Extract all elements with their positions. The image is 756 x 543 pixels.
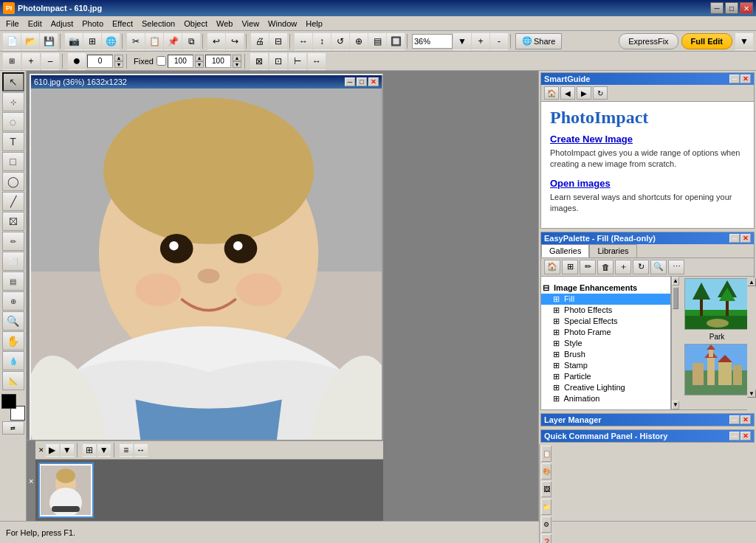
lm-close-btn[interactable]: ✕ [740,415,751,424]
text-tool[interactable]: T [2,132,24,151]
zoom-in-btn[interactable]: + [472,32,489,50]
eyedrop-tool[interactable]: 💧 [2,351,24,370]
minimize-btn[interactable]: ─ [710,2,724,14]
height-down[interactable]: ▼ [233,61,241,68]
nav1-dropdown[interactable]: ▼ [97,443,111,457]
qc-close-btn[interactable]: ✕ [740,432,751,440]
sg-close-btn[interactable]: ✕ [740,75,751,83]
height-spin[interactable]: ▲ ▼ [233,55,241,68]
capture-btn[interactable]: 📷 [65,32,83,50]
new-btn[interactable]: 📄 [3,32,21,50]
sg-back-btn[interactable]: ◀ [560,86,575,100]
play-dropdown[interactable]: ▼ [61,443,74,457]
t2-btn[interactable]: ↕ [313,32,331,50]
park-thumbnail[interactable] [684,278,749,330]
width-spin[interactable]: ▲ ▼ [195,55,204,68]
angle-up[interactable]: ▲ [114,55,123,61]
thumb-1[interactable] [38,463,94,518]
zoom-tool[interactable]: 🔍 [2,311,24,331]
ep-edit-btn[interactable]: ✏ [580,260,596,274]
ellipse-tool[interactable]: ◯ [2,172,24,191]
width-up[interactable]: ▲ [195,55,204,61]
side-btn-1[interactable]: 📋 [541,446,551,462]
tree-brush[interactable]: ⊞ Brush [541,349,670,360]
ep-refresh-btn[interactable]: ↻ [633,260,649,274]
side-btn-5[interactable]: ⚙ [541,516,551,533]
qc-min-btn[interactable]: ─ [729,432,740,440]
town-thumbnail[interactable] [684,344,749,395]
sg-forward-btn[interactable]: ▶ [577,86,591,100]
tree-style[interactable]: ⊞ Style [541,338,670,349]
menu-web[interactable]: Web [212,18,237,30]
ep-thumb-btn[interactable]: ⊞ [562,260,578,274]
smart-sel-tool[interactable]: ⊹ [2,92,24,111]
doc-manager-tab[interactable]: ✕ [27,440,35,521]
nav1-btn[interactable]: ⊞ [83,443,96,457]
ep-close-btn[interactable]: ✕ [740,234,751,243]
tree-particle[interactable]: ⊞ Particle [541,371,670,382]
img-close-btn[interactable]: ✕ [368,77,379,86]
ep-add-btn[interactable]: ＋ [615,260,631,274]
play-btn[interactable]: ▶ [46,443,59,457]
scroll-up-btn[interactable]: ▲ [672,277,679,286]
capture2-btn[interactable]: ⊞ [83,32,101,50]
select-tool[interactable]: ↖ [2,72,24,91]
mode-dropdown[interactable]: ▼ [735,32,753,50]
t2-sel3[interactable]: ⊢ [289,52,306,70]
angle-spin[interactable]: ▲ ▼ [114,55,123,68]
side-btn-3[interactable]: 🖼 [541,481,551,497]
tree-fill[interactable]: ⊞ Fill [541,294,670,305]
open-btn[interactable]: 📂 [21,32,39,50]
menu-object[interactable]: Object [179,18,212,30]
tree-stamp[interactable]: ⊞ Stamp [541,360,670,371]
menu-photo[interactable]: Photo [78,18,108,30]
hand-tool[interactable]: ✋ [2,331,24,350]
open-images-link[interactable]: Open images [550,178,745,189]
t2-sel1[interactable]: ⊠ [250,52,268,70]
menu-file[interactable]: File [1,18,24,30]
sort-btn[interactable]: ≡ [120,443,133,457]
create-new-link[interactable]: Create New Image [550,134,745,145]
t2-plus[interactable]: + [22,52,40,70]
t3-btn[interactable]: ↺ [331,32,349,50]
side-btn-6[interactable]: ❓ [541,534,551,543]
expressfix-button[interactable]: ExpressFix [619,33,678,49]
t2-sel4[interactable]: ↔ [308,52,326,70]
scroll-thumb[interactable] [673,287,678,309]
t6-btn[interactable]: 🔲 [387,32,405,50]
t2-minus[interactable]: – [41,52,59,70]
menu-adjust[interactable]: Adjust [47,18,78,30]
lm-min-btn[interactable]: ─ [729,415,740,424]
zoom-more-btn[interactable]: ▼ [453,32,471,50]
undo-btn[interactable]: ↩ [207,32,225,50]
t2-sel2[interactable]: ⊡ [269,52,287,70]
move-btn[interactable]: ↔ [134,443,148,457]
ep-search-btn[interactable]: 🔍 [650,260,667,274]
browse-btn[interactable]: 🌐 [102,32,120,50]
paste2-btn[interactable]: ⧉ [182,32,200,50]
maximize-btn[interactable]: □ [725,2,738,14]
angle-input[interactable] [87,55,113,68]
ep-min-btn[interactable]: ─ [729,234,740,243]
img-max-btn[interactable]: □ [357,77,367,86]
thumbnails-area[interactable] [35,460,383,521]
menu-effect[interactable]: Effect [108,18,137,30]
scroll-down-btn[interactable]: ▼ [672,401,679,409]
close-btn[interactable]: ✕ [740,2,753,14]
paste-btn[interactable]: 📌 [164,32,182,50]
zoom-out-btn[interactable]: - [490,32,508,50]
share-button[interactable]: 🌐 Share [515,33,562,49]
cut-btn[interactable]: ✂ [127,32,145,50]
tree-animation[interactable]: ⊞ Animation [541,393,670,404]
fulledit-button[interactable]: Full Edit [681,33,732,49]
copy-btn[interactable]: 📋 [145,32,163,50]
width-input[interactable] [168,55,193,68]
tab-libraries[interactable]: Libraries [589,244,636,257]
line-tool[interactable]: ╱ [2,192,24,211]
close-btn-small[interactable]: ✕ [38,446,44,454]
zoom-input[interactable] [412,34,453,49]
side-btn-4[interactable]: 📁 [541,499,551,515]
clone-tool[interactable]: ⊕ [2,291,24,311]
tree-image-enhancements[interactable]: ⊟ Image Enhancements [541,283,670,294]
tree-scrollbar[interactable]: ▲ ▼ [671,277,680,409]
